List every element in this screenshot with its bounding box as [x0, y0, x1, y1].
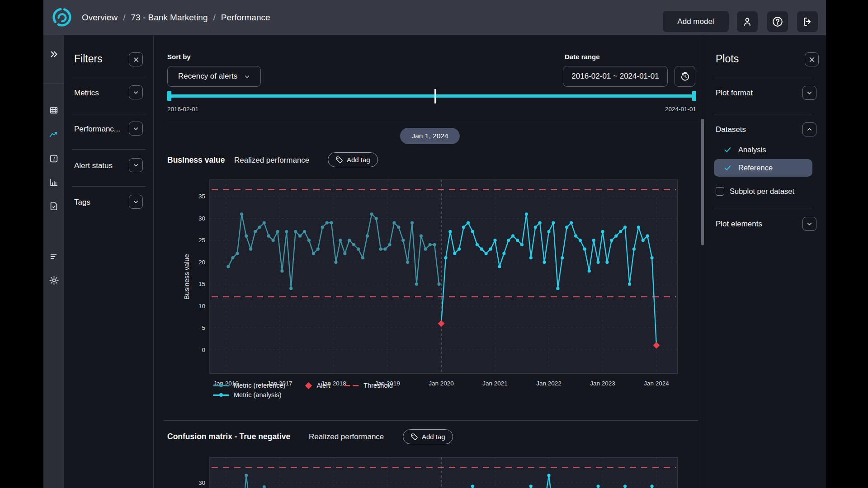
main-scrollbar[interactable]: [701, 119, 704, 245]
chevron-down-icon: [132, 89, 139, 96]
divider: [72, 186, 146, 187]
close-icon: [808, 56, 816, 63]
datasets-label: Datasets: [716, 125, 746, 134]
chart2-subtitle: Realized performance: [309, 432, 384, 441]
svg-text:30: 30: [198, 215, 205, 222]
add-model-button[interactable]: Add model: [663, 11, 729, 32]
timeline-handle-start[interactable]: [167, 91, 171, 101]
chevron-down-icon: [244, 73, 250, 80]
history-clock-icon: [680, 71, 690, 82]
panel-border: [153, 35, 154, 488]
rail-item-reports[interactable]: [43, 196, 64, 216]
plots-close-button[interactable]: [805, 52, 819, 66]
divider: [164, 120, 698, 120]
timeline-slider[interactable]: [167, 94, 696, 98]
subplot-label: Subplot per dataset: [730, 187, 794, 196]
y-axis-title: Business value: [183, 254, 190, 300]
breadcrumb: Overview / 73 - Bank Marketing / Perform…: [82, 0, 270, 35]
chart2-title: Confusion matrix - True negative: [167, 432, 290, 441]
svg-text:Jan 2024: Jan 2024: [644, 380, 669, 387]
logout-icon: [802, 16, 813, 27]
legend-row: Metric (reference) Alert Threshold: [213, 382, 393, 389]
timeline-start-label: 2016-02-01: [167, 106, 198, 113]
breadcrumb-overview[interactable]: Overview: [82, 13, 118, 23]
subplot-per-dataset-option[interactable]: Subplot per dataset: [716, 187, 794, 196]
help-button[interactable]: [767, 11, 788, 32]
rail-item-logs[interactable]: [43, 247, 64, 267]
date-range-input[interactable]: 2016-02-01 ~ 2024-01-01: [563, 66, 668, 87]
svg-text:15: 15: [198, 281, 205, 287]
function-icon: f: [49, 154, 59, 164]
gear-icon: [49, 275, 59, 286]
divider: [72, 77, 146, 77]
chevron-down-icon: [132, 198, 139, 205]
svg-text:Jan 2020: Jan 2020: [429, 380, 454, 387]
breadcrumb-model[interactable]: 73 - Bank Marketing: [131, 13, 208, 23]
subplot-checkbox[interactable]: [716, 187, 724, 196]
date-range-reset-button[interactable]: [675, 66, 695, 87]
sort-by-dropdown[interactable]: Recency of alerts: [167, 66, 261, 87]
svg-text:20: 20: [198, 259, 205, 266]
date-range-label: Date range: [565, 53, 600, 61]
dataset-analysis-label: Analysis: [738, 145, 766, 154]
breadcrumb-performance[interactable]: Performance: [221, 13, 270, 23]
bar-chart-icon: [49, 177, 59, 187]
tag-icon: [410, 433, 418, 441]
divider: [714, 77, 812, 77]
plot-format-expand-button[interactable]: [802, 86, 816, 100]
timeline-marker[interactable]: [434, 89, 436, 103]
user-icon: [742, 16, 753, 27]
svg-text:Jan 2023: Jan 2023: [590, 380, 615, 387]
expand-sidebar-button[interactable]: [43, 44, 64, 64]
divider: [72, 114, 146, 114]
app-window: Overview / 73 - Bank Marketing / Perform…: [43, 0, 826, 488]
chart1-title: Business value: [167, 155, 225, 165]
check-icon: [723, 164, 732, 172]
sort-by-value: Recency of alerts: [170, 72, 237, 81]
timeline-handle-end[interactable]: [692, 91, 696, 101]
plot-elements-label: Plot elements: [716, 220, 762, 229]
business-value-chart[interactable]: Jan 2016Jan 2017Jan 2018Jan 2019Jan 2020…: [158, 176, 701, 396]
divider: [164, 420, 698, 421]
rail-item-performance[interactable]: [43, 125, 64, 145]
datasets-collapse-button[interactable]: [802, 122, 816, 136]
rail-item-settings[interactable]: [43, 270, 64, 290]
user-account-button[interactable]: [737, 11, 758, 32]
legend-alert-label: Alert: [316, 382, 330, 389]
plot-elements-expand-button[interactable]: [802, 217, 816, 231]
dataset-item-reference[interactable]: Reference: [714, 159, 812, 177]
filter-alert-status-expand-button[interactable]: [129, 158, 143, 172]
confusion-matrix-chart[interactable]: Jan 2016Jan 2017Jan 2018Jan 2019Jan 2020…: [158, 454, 701, 488]
filters-title: Filters: [74, 53, 103, 65]
divider: [72, 149, 146, 150]
check-icon: [723, 145, 732, 154]
breadcrumb-separator: /: [213, 13, 216, 23]
timeline-end-label: 2024-01-01: [642, 106, 696, 113]
chevron-down-icon: [132, 125, 139, 132]
current-date-chip[interactable]: Jan 1, 2024: [400, 128, 460, 144]
svg-text:10: 10: [198, 303, 205, 310]
svg-text:0: 0: [202, 347, 205, 353]
chevron-down-icon: [132, 162, 139, 169]
chart1-add-tag-button[interactable]: Add tag: [328, 152, 378, 167]
logout-button[interactable]: [797, 11, 818, 32]
sort-by-label: Sort by: [167, 53, 191, 61]
chevron-up-icon: [806, 126, 813, 133]
dataset-item-analysis[interactable]: Analysis: [714, 141, 812, 159]
rail-item-functions[interactable]: f: [43, 149, 64, 169]
chart2-add-tag-button[interactable]: Add tag: [403, 429, 453, 444]
reference-line-swatch: [213, 385, 229, 386]
rail-item-data-table[interactable]: [43, 100, 64, 120]
chart-root: Jan 2016Jan 2017Jan 2018Jan 2019Jan 2020…: [183, 180, 678, 387]
legend-threshold-label: Threshold: [363, 382, 392, 389]
filter-tags-expand-button[interactable]: [129, 195, 143, 209]
svg-text:25: 25: [198, 237, 205, 244]
app-logo-icon[interactable]: [51, 6, 73, 28]
rail-item-distribution[interactable]: [43, 172, 64, 192]
filter-metrics-expand-button[interactable]: [129, 85, 143, 99]
filter-performance-expand-button[interactable]: [129, 122, 143, 136]
date-range-value: 2016-02-01 ~ 2024-01-01: [571, 72, 659, 81]
chart2-add-tag-label: Add tag: [422, 433, 445, 441]
filters-close-button[interactable]: [129, 52, 143, 66]
chart-root: Jan 2016Jan 2017Jan 2018Jan 2019Jan 2020…: [198, 457, 678, 488]
